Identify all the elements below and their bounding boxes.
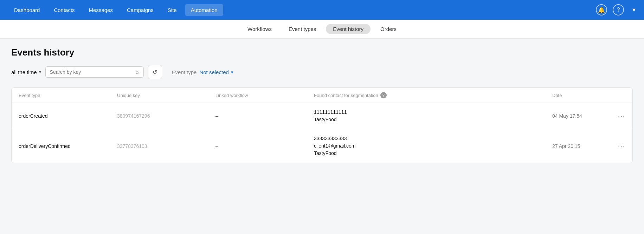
nav-dashboard[interactable]: Dashboard	[8, 4, 45, 16]
linked-workflow-cell: –	[215, 143, 314, 149]
sub-nav-event-history[interactable]: Event history	[326, 24, 371, 34]
date-cell: 27 Apr 20:15	[552, 143, 608, 149]
contact-id: 111111111111	[314, 109, 347, 115]
event-type-label: Event type	[172, 69, 197, 75]
col-actions	[608, 92, 625, 98]
sub-nav-orders[interactable]: Orders	[373, 24, 404, 34]
linked-workflow-cell: –	[215, 113, 314, 119]
contact-org: TastyFood	[314, 117, 337, 122]
time-filter-chevron-icon: ▾	[39, 70, 41, 74]
event-type-cell: orderCreated	[19, 113, 117, 119]
event-type-chevron-icon: ▾	[231, 70, 233, 75]
found-contact-help-icon[interactable]: ?	[380, 92, 387, 98]
event-type-cell: orderDeliveryConfirmed	[19, 143, 117, 149]
top-navigation: Dashboard Contacts Messages Campaigns Si…	[0, 0, 644, 20]
row-more-button[interactable]: ···	[608, 142, 625, 150]
nav-messages[interactable]: Messages	[83, 4, 118, 16]
col-date: Date	[552, 92, 608, 98]
search-icon: ⌕	[136, 69, 139, 75]
date-cell: 04 May 17:54	[552, 113, 608, 119]
table-header: Event type Unique key Linked workflow Fo…	[12, 88, 632, 103]
bell-icon[interactable]: 🔔	[596, 4, 607, 15]
nav-links: Dashboard Contacts Messages Campaigns Si…	[8, 4, 596, 16]
refresh-icon: ↺	[153, 69, 157, 76]
nav-automation[interactable]: Automation	[185, 4, 223, 16]
col-linked-workflow: Linked workflow	[215, 92, 314, 98]
account-chevron-icon[interactable]: ▾	[632, 6, 636, 14]
unique-key-cell: 380974167296	[117, 113, 215, 119]
search-input[interactable]	[50, 69, 133, 75]
unique-key-cell: 33778376103	[117, 143, 215, 149]
col-found-contact: Found contact for segmentation ?	[314, 92, 552, 98]
row-more-button[interactable]: ···	[608, 112, 625, 120]
nav-icons: 🔔 ? ▾	[596, 4, 636, 15]
time-filter-dropdown[interactable]: all the time ▾	[11, 69, 41, 75]
col-event-type: Event type	[19, 92, 117, 98]
contact-cell: 333333333333 client1@gmail.com TastyFood	[314, 135, 552, 157]
time-filter-label: all the time	[11, 69, 37, 75]
contact-cell: 111111111111 TastyFood	[314, 109, 552, 123]
nav-campaigns[interactable]: Campaigns	[121, 4, 159, 16]
contact-id: 333333333333	[314, 136, 347, 141]
col-unique-key: Unique key	[117, 92, 215, 98]
event-type-dropdown[interactable]: Not selected ▾	[199, 69, 233, 75]
table-row: orderCreated 380974167296 – 111111111111…	[12, 103, 632, 129]
contact-org: TastyFood	[314, 150, 337, 156]
help-icon[interactable]: ?	[613, 4, 624, 15]
contact-email: client1@gmail.com	[314, 143, 355, 149]
search-box: ⌕	[45, 66, 144, 78]
nav-site[interactable]: Site	[162, 4, 182, 16]
event-type-filter: Event type Not selected ▾	[172, 69, 233, 75]
sub-navigation: Workflows Event types Event history Orde…	[0, 20, 644, 39]
page-title: Events history	[11, 47, 633, 58]
table-row: orderDeliveryConfirmed 33778376103 – 333…	[12, 129, 632, 163]
refresh-button[interactable]: ↺	[148, 65, 162, 79]
filter-bar: all the time ▾ ⌕ ↺ Event type Not select…	[11, 65, 633, 79]
sub-nav-workflows[interactable]: Workflows	[240, 24, 279, 34]
events-table: Event type Unique key Linked workflow Fo…	[11, 87, 633, 163]
sub-nav-event-types[interactable]: Event types	[282, 24, 323, 34]
not-selected-label: Not selected	[199, 69, 228, 75]
nav-contacts[interactable]: Contacts	[48, 4, 80, 16]
main-content: Events history all the time ▾ ⌕ ↺ Event …	[0, 39, 644, 171]
